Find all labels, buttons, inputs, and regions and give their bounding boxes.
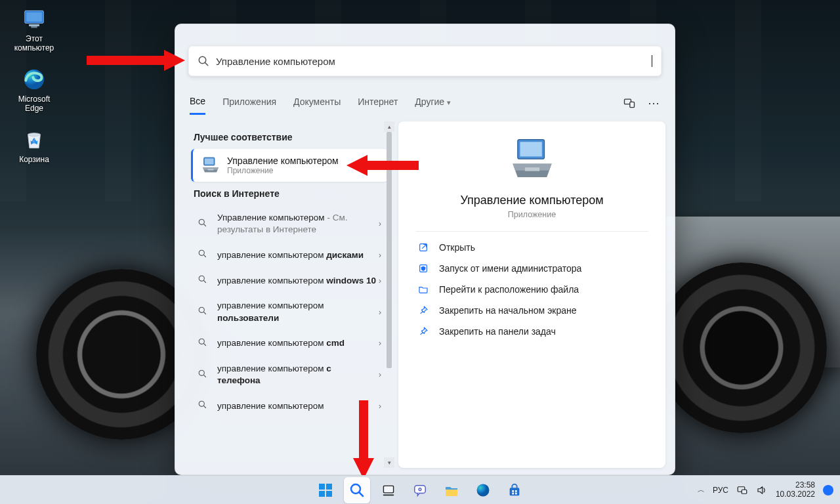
web-result-text: управление компьютером дисками [217,249,376,261]
scroll-down-arrow[interactable]: ▾ [384,457,394,468]
results-scrollbar[interactable]: ▴ ▾ [384,121,394,468]
tab-docs[interactable]: Документы [293,93,341,114]
best-match-header: Лучшее соответствие [194,132,385,142]
svg-rect-9 [630,102,635,107]
search-icon [198,274,209,287]
scrollbar-thumb[interactable] [387,132,392,368]
web-result-item[interactable]: управление компьютером дисками › [191,242,388,268]
best-match-subtitle: Приложение [227,166,339,175]
action-label: Закрепить на начальном экране [439,305,577,316]
svg-point-5 [28,133,41,136]
search-icon [198,55,209,67]
chevron-right-icon[interactable]: › [376,276,384,285]
svg-rect-1 [26,12,42,22]
svg-rect-12 [208,169,214,170]
desktop-icon-label: Microsoft Edge [18,94,51,113]
details-action-open[interactable]: Открыть [415,237,648,258]
search-box[interactable] [188,46,662,76]
svg-line-22 [203,343,205,345]
details-action-pin-start[interactable]: Закрепить на начальном экране [415,300,648,321]
start-button[interactable] [312,477,339,503]
web-result-item[interactable]: Управление компьютером - См. результаты … [191,205,388,242]
taskbar: ︿ РУС 23:58 10.03.2022 [0,475,840,504]
web-result-text: управление компьютером cmd [217,337,376,349]
chevron-right-icon[interactable]: › [376,251,384,260]
search-taskbar-button[interactable] [344,477,370,503]
svg-line-26 [203,406,205,408]
best-match-title: Управление компьютером [227,156,339,166]
svg-rect-49 [515,490,517,492]
web-result-text: Управление компьютером - См. результаты … [217,212,376,236]
best-match-item[interactable]: Управление компьютером Приложение [191,149,388,182]
svg-rect-44 [415,485,426,493]
store-button[interactable] [501,477,528,503]
web-result-item[interactable]: управление компьютером cmd › [191,331,388,356]
tab-web[interactable]: Интернет [358,93,398,114]
svg-rect-36 [326,484,332,490]
search-icon [198,306,209,318]
desktop-icon-edge[interactable]: Microsoft Edge [9,67,59,113]
network-icon[interactable] [736,484,748,496]
text-caret [652,55,652,67]
search-icon [198,337,209,350]
svg-rect-37 [319,491,325,497]
computer-management-icon [201,156,220,175]
svg-rect-11 [205,159,214,165]
pin-tb-icon [417,326,430,337]
chevron-right-icon[interactable]: › [376,402,384,411]
web-result-item[interactable]: управление компьютером с телефона › [191,356,388,393]
details-title: Управление компьютером [460,194,603,207]
tab-more[interactable]: Другие▾ [415,93,451,114]
svg-rect-35 [319,484,325,490]
search-icon [198,369,209,381]
pin-start-icon [417,305,430,316]
web-result-text: управление компьютером windows 10 [217,275,376,287]
scroll-up-arrow[interactable]: ▴ [384,121,394,132]
desktop-icon-recycle[interactable]: Корзина [9,127,59,164]
tab-apps[interactable]: Приложения [222,93,276,114]
details-action-admin[interactable]: Запуск от имени администратора [415,258,648,279]
web-result-text: управление компьютером с телефона [217,363,376,387]
clock-time: 23:58 [776,481,815,490]
pc-icon [22,7,47,32]
details-action-pin-tb[interactable]: Закрепить на панели задач [415,321,648,342]
search-input[interactable] [209,56,653,67]
desktop-icon-this-pc[interactable]: Этот компьютер [9,7,59,52]
svg-line-7 [205,62,208,66]
admin-icon [417,263,430,274]
web-result-item[interactable]: управление компьютером windows 10 › [191,268,388,293]
computer-management-icon [508,136,556,184]
search-icon [198,400,209,412]
tab-all[interactable]: Все [190,92,205,115]
web-result-item[interactable]: управление компьютером › [191,393,388,419]
clock-button[interactable]: 23:58 10.03.2022 [776,481,815,499]
devices-icon[interactable] [623,96,636,110]
recycle-bin-icon [22,127,47,152]
svg-line-14 [203,224,205,226]
file-explorer-button[interactable] [438,477,465,503]
web-result-text: управление компьютером [217,400,376,412]
web-result-text: управление компьютером пользователи [217,300,376,324]
chevron-right-icon[interactable]: › [376,308,384,317]
chevron-down-icon: ▾ [447,98,451,106]
edge-taskbar-button[interactable] [470,477,496,503]
chevron-right-icon[interactable]: › [376,370,384,379]
chat-button[interactable] [407,477,433,503]
chevron-right-icon[interactable]: › [376,339,384,348]
svg-rect-38 [326,491,332,497]
notifications-button[interactable] [823,485,833,495]
action-label: Открыть [439,242,475,253]
folder-icon [417,284,430,295]
language-indicator[interactable]: РУС [713,486,728,495]
task-view-button[interactable] [375,477,402,503]
chevron-right-icon[interactable]: › [376,219,384,228]
web-search-header: Поиск в Интернете [194,188,385,199]
web-result-item[interactable]: управление компьютером пользователи › [191,293,388,330]
details-action-folder[interactable]: Перейти к расположению файла [415,279,648,300]
divider [415,231,648,232]
svg-rect-51 [515,492,517,494]
tray-overflow-button[interactable]: ︿ [698,485,705,495]
volume-icon[interactable] [756,484,768,496]
more-options-button[interactable]: ⋯ [648,96,660,110]
clock-date: 10.03.2022 [776,490,815,499]
